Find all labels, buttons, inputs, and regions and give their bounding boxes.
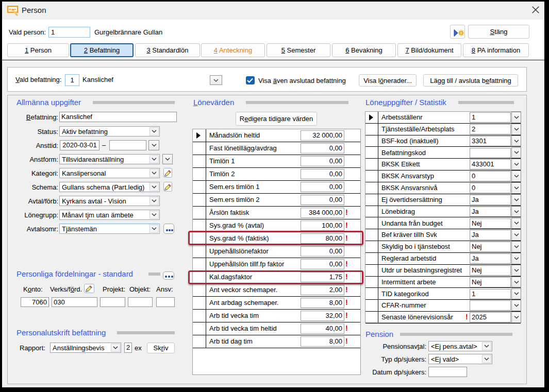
combo-box[interactable]: <Ej vald> — [428, 354, 492, 364]
stats-row-dropdown[interactable] — [511, 194, 521, 206]
tab-5[interactable]: 5 Semester — [267, 43, 330, 57]
stats-row-dropdown[interactable] — [511, 229, 521, 241]
salary-row-value[interactable]: 8,00 — [301, 336, 344, 347]
stats-row-dropdown[interactable] — [511, 218, 521, 229]
vald-person-input[interactable]: 1 — [48, 27, 90, 38]
lagg-till-button[interactable]: Lägg till / avsluta befattning — [423, 74, 518, 87]
stats-row-value[interactable]: 0 — [470, 183, 511, 193]
stats-row-value[interactable]: 1 — [470, 112, 511, 123]
stats-row-dropdown[interactable] — [511, 206, 521, 217]
stats-row-value[interactable]: Ja — [470, 195, 511, 205]
salary-row-value[interactable]: 8,00 — [301, 298, 344, 308]
stats-row-dropdown[interactable] — [511, 241, 521, 252]
combo-box[interactable]: Anställningsbevis — [50, 343, 121, 353]
stats-row-value[interactable]: 433001 — [470, 159, 511, 169]
befattning-dropdown[interactable] — [210, 75, 222, 85]
stats-row-value[interactable]: Ja — [470, 253, 511, 264]
salary-row-value[interactable]: 0,00 — [301, 246, 344, 257]
combo-dropdown-button[interactable] — [111, 344, 120, 352]
stats-row-value[interactable]: 3301 — [470, 136, 511, 146]
tab-2[interactable]: 2 Befattning — [70, 43, 134, 57]
combo-dropdown-button[interactable] — [149, 225, 159, 233]
tab-3[interactable]: 3 Standardlön — [135, 43, 200, 57]
salary-row-value[interactable]: 0,00 — [301, 182, 344, 192]
stang-button[interactable]: Stäng — [468, 25, 529, 39]
stats-row-value[interactable] — [470, 300, 511, 311]
date-from-field[interactable]: 2020-03-01 — [60, 140, 99, 150]
stats-row-value[interactable]: Nej — [470, 277, 511, 287]
befattning-field[interactable]: Kanslichef — [59, 112, 177, 122]
salary-row-value[interactable]: 2,00 — [301, 285, 344, 295]
tab-7[interactable]: 7 Bild/dokument — [397, 43, 461, 57]
stats-row-value[interactable]: 2 — [470, 124, 511, 134]
stats-row-value[interactable]: Nej — [470, 218, 511, 229]
combo-box[interactable]: Kyrkans avtal - Vision — [59, 196, 160, 206]
salary-row-value[interactable]: 0,00 — [301, 143, 344, 154]
salary-row-value[interactable]: 40,00 — [301, 323, 344, 334]
combo-box[interactable]: Gullans schema (Part.ledig) — [59, 182, 160, 192]
stats-row-dropdown[interactable] — [511, 288, 521, 300]
stats-row-value[interactable]: 2025 — [470, 312, 511, 322]
vald-befattning-input[interactable]: 1 — [65, 74, 79, 86]
stats-row-dropdown[interactable] — [511, 182, 521, 194]
combo-dropdown-button[interactable] — [149, 211, 159, 219]
distribution-ellipsis-button[interactable] — [163, 271, 174, 280]
salary-row-value[interactable]: 0,00 — [301, 259, 344, 269]
salary-row-value[interactable]: 384 000,00 — [301, 208, 344, 218]
copies-input[interactable]: 2 — [124, 343, 132, 353]
combo-dropdown-button[interactable] — [149, 183, 159, 191]
stats-row-dropdown[interactable] — [511, 253, 521, 264]
pencil-button[interactable] — [163, 168, 172, 178]
date-to-field[interactable] — [109, 140, 146, 150]
combo-box[interactable]: <Ej pens.avtal> — [428, 341, 492, 351]
stats-row-dropdown[interactable] — [511, 124, 521, 135]
stats-row-value[interactable]: Nej — [470, 242, 511, 252]
pencil-button[interactable] — [84, 284, 94, 293]
distribution-input[interactable] — [128, 297, 153, 307]
tab-4[interactable]: 4 Anteckning — [201, 43, 265, 57]
stats-row-dropdown[interactable] — [511, 300, 521, 311]
stats-row-value[interactable]: Ja — [470, 207, 511, 217]
distribution-input[interactable]: 030 — [52, 297, 97, 307]
visa-avslutad-label[interactable]: Visa även avslutad befattning — [258, 77, 346, 84]
salary-row-value[interactable]: 32,00 — [301, 311, 344, 321]
stats-row-dropdown[interactable] — [511, 312, 521, 323]
combo-box[interactable]: Tjänstemän — [59, 224, 160, 234]
skriv-button[interactable]: Skriv — [147, 343, 175, 353]
run-button[interactable] — [450, 25, 465, 39]
distribution-input[interactable] — [156, 297, 175, 307]
distribution-input[interactable] — [100, 297, 125, 307]
extra-dropdown-button[interactable] — [162, 154, 173, 164]
stats-row-dropdown[interactable] — [511, 147, 521, 159]
combo-dropdown-button[interactable] — [149, 169, 159, 177]
salary-row-value[interactable]: 0,00 — [301, 156, 344, 166]
combo-box[interactable]: Aktiv befattning — [59, 126, 160, 137]
date-dropdown-button[interactable] — [148, 140, 159, 150]
close-icon[interactable] — [532, 6, 539, 13]
redigera-button[interactable]: Redigera tidigare värden — [236, 112, 317, 126]
combo-box[interactable]: Månavl tjm utan ämbete — [59, 210, 160, 220]
salary-row-value[interactable]: 0,00 — [301, 169, 344, 179]
stats-row-dropdown[interactable] — [511, 112, 521, 123]
stats-row-value[interactable]: 1 — [470, 289, 511, 299]
ellipsis-button[interactable] — [163, 224, 174, 234]
pencil-button[interactable] — [163, 182, 172, 192]
stats-row-value[interactable] — [470, 148, 511, 158]
stats-row-value[interactable]: Ja — [470, 230, 511, 240]
stats-row-dropdown[interactable] — [511, 265, 521, 276]
pension-date-input[interactable] — [428, 367, 467, 377]
salary-row-value[interactable]: 32 000,00 — [301, 130, 344, 141]
combo-dropdown-button[interactable] — [149, 155, 159, 163]
combo-dropdown-button[interactable] — [149, 197, 159, 205]
combo-dropdown-button[interactable] — [482, 342, 491, 350]
combo-box[interactable]: Kanslipersonal — [59, 168, 160, 178]
combo-dropdown-button[interactable] — [482, 355, 491, 363]
tab-1[interactable]: 1 Person — [7, 43, 69, 57]
stats-row-dropdown[interactable] — [511, 135, 521, 147]
tab-6[interactable]: 6 Bevakning — [332, 43, 396, 57]
tab-8[interactable]: 8 PA information — [463, 43, 529, 57]
distribution-input[interactable]: 7060 — [21, 297, 49, 307]
stats-row-dropdown[interactable] — [511, 159, 521, 170]
stats-row-dropdown[interactable] — [511, 171, 521, 182]
salary-row-value[interactable]: 100,00 — [301, 220, 344, 231]
